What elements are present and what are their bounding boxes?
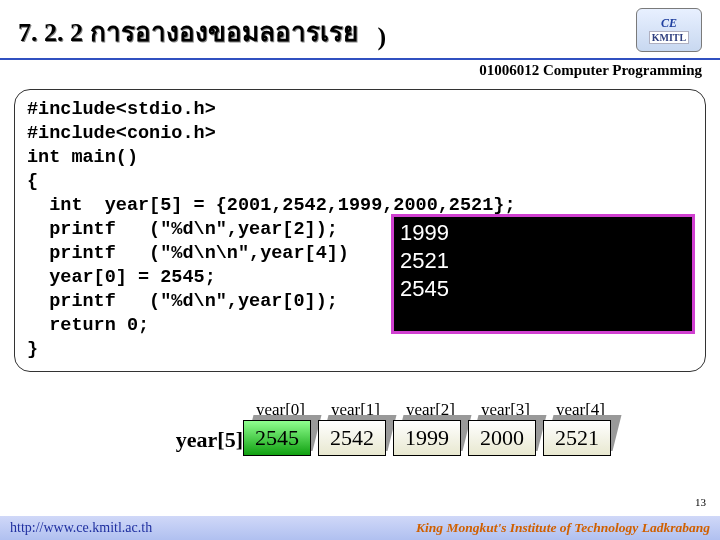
- cell-value: 2545: [243, 420, 311, 456]
- cell-value: 1999: [393, 420, 461, 456]
- array-cell: 2542: [318, 420, 393, 460]
- output-console: 1999 2521 2545: [391, 214, 695, 334]
- array-cell: 2521: [543, 420, 618, 460]
- array-name: year[5]: [168, 427, 243, 453]
- cell-value: 2542: [318, 420, 386, 456]
- code-line: int main(): [27, 146, 693, 170]
- code-line: #include<conio.h>: [27, 122, 693, 146]
- page-number: 13: [695, 496, 706, 508]
- array-cells: 2545 2542 1999 2000 2521: [243, 420, 618, 460]
- logo-text-top: CE: [661, 16, 677, 31]
- footer-org: King Mongkut's Institute of Technology L…: [416, 520, 710, 536]
- footer: http://www.ce.kmitl.ac.th King Mongkut's…: [0, 516, 720, 540]
- output-line: 1999: [400, 219, 692, 247]
- cell-value: 2000: [468, 420, 536, 456]
- output-line: 2545: [400, 275, 692, 303]
- logo: CE KMITL: [636, 8, 702, 52]
- code-line: }: [27, 338, 693, 362]
- course-code: 01006012 Computer Programming: [0, 60, 720, 79]
- output-line: 2521: [400, 247, 692, 275]
- cell-value: 2521: [543, 420, 611, 456]
- code-line: {: [27, 170, 693, 194]
- footer-url: http://www.ce.kmitl.ac.th: [10, 520, 152, 536]
- header: 7. 2. 2 การอางองขอมลอารเรย ) CE KMITL: [0, 0, 720, 60]
- section-title: 7. 2. 2 การอางองขอมลอารเรย: [18, 11, 358, 52]
- array-cell: 2545: [243, 420, 318, 460]
- logo-text-bottom: KMITL: [649, 31, 689, 44]
- array-cell: 2000: [468, 420, 543, 460]
- array-diagram: year[0] year[1] year[2] year[3] year[4] …: [168, 400, 708, 460]
- heading-paren: ): [378, 22, 387, 52]
- code-line: #include<stdio.h>: [27, 98, 693, 122]
- code-listing: #include<stdio.h> #include<conio.h> int …: [14, 89, 706, 372]
- array-cell: 1999: [393, 420, 468, 460]
